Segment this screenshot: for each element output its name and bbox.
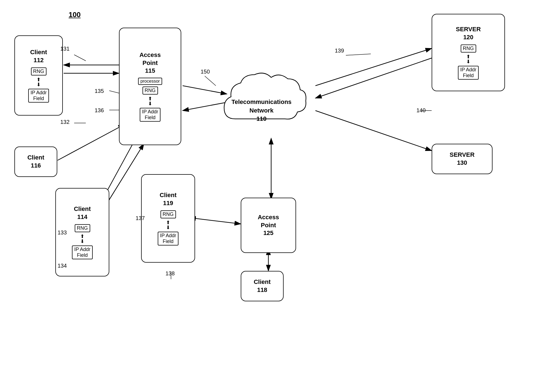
server-120-rng: RNG — [461, 45, 476, 53]
svg-line-10 — [109, 91, 120, 93]
client-116-node: Client116 — [14, 147, 57, 177]
server-130-label: SERVER130 — [450, 151, 475, 167]
client-112-rng: RNG — [31, 67, 46, 75]
ap-115-rng: RNG — [142, 87, 158, 95]
svg-line-16 — [315, 111, 432, 151]
client-114-label: Client114 — [74, 205, 91, 221]
client-119-inner: RNG ⬆⬇ IP AddrField — [158, 210, 178, 245]
ap-115-arrow: ⬆⬇ — [148, 96, 152, 106]
ref-139: 139 — [335, 48, 344, 54]
ref-140: 140 — [416, 107, 426, 114]
client-112-ipaddr: IP AddrField — [28, 89, 49, 103]
server-120-arrow: ⬆⬇ — [466, 54, 470, 64]
svg-line-19 — [195, 218, 241, 224]
client-112-node: Client112 RNG ⬆⬇ IP AddrField — [14, 35, 63, 116]
client-114-ipaddr: IP AddrField — [72, 245, 93, 259]
ref-131: 131 — [60, 46, 69, 52]
client-118-node: Client118 — [241, 271, 284, 301]
network-diagram: 100 Client112 RNG ⬆⬇ IP AddrField Client… — [0, 0, 552, 392]
ref-137: 137 — [136, 215, 145, 221]
client-119-ipaddr: IP AddrField — [158, 232, 178, 245]
ref-138: 138 — [165, 270, 175, 277]
svg-line-15 — [315, 58, 432, 98]
server-120-label: SERVER120 — [456, 25, 481, 41]
ap-125-node: AccessPoint125 — [241, 198, 296, 253]
svg-line-22 — [346, 54, 371, 55]
client-114-inner: RNG ⬆⬇ IP AddrField — [72, 224, 93, 259]
ref-134: 134 — [58, 263, 67, 269]
server-120-node: SERVER120 RNG ⬆⬇ IP AddrField — [432, 14, 505, 91]
client-119-label: Client119 — [160, 191, 177, 207]
ref-135: 135 — [95, 88, 104, 94]
ap-115-processor: processor — [138, 78, 162, 85]
client-118-label: Client118 — [254, 278, 271, 294]
svg-line-5 — [74, 55, 86, 61]
client-119-rng: RNG — [160, 210, 176, 218]
ap-125-label: AccessPoint125 — [258, 213, 279, 237]
ap-115-inner: processor RNG ⬆⬇ IP AddrField — [138, 78, 162, 122]
svg-line-6 — [58, 124, 125, 160]
client-119-arrow: ⬆⬇ — [166, 220, 170, 230]
ref-136: 136 — [95, 107, 104, 114]
svg-line-14 — [315, 48, 432, 86]
client-116-label: Client116 — [27, 154, 44, 169]
ap-115-label: AccessPoint115 — [139, 51, 161, 75]
telecom-network-node: TelecommunicationsNetwork110 — [213, 64, 310, 141]
client-112-arrow: ⬆⬇ — [37, 77, 41, 87]
client-114-rng: RNG — [75, 224, 90, 232]
ref-133: 133 — [58, 229, 67, 236]
ap-115-node: AccessPoint115 processor RNG ⬆⬇ IP AddrF… — [119, 28, 181, 145]
client-119-node: Client119 RNG ⬆⬇ IP AddrField — [141, 174, 195, 263]
server-130-node: SERVER130 — [432, 144, 493, 174]
svg-line-24 — [108, 144, 144, 202]
client-112-inner: RNG ⬆⬇ IP AddrField — [28, 67, 49, 103]
client-112-label: Client112 — [30, 48, 47, 64]
telecom-network-label: TelecommunicationsNetwork110 — [231, 98, 291, 123]
server-120-inner: RNG ⬆⬇ IP AddrField — [458, 45, 479, 80]
client-114-arrow: ⬆⬇ — [80, 234, 84, 244]
ref-132: 132 — [60, 119, 69, 125]
ref-150: 150 — [201, 69, 210, 75]
server-120-ipaddr: IP AddrField — [458, 66, 479, 80]
diagram-title: 100 — [69, 11, 81, 19]
ap-115-ipaddr: IP AddrField — [140, 108, 160, 122]
